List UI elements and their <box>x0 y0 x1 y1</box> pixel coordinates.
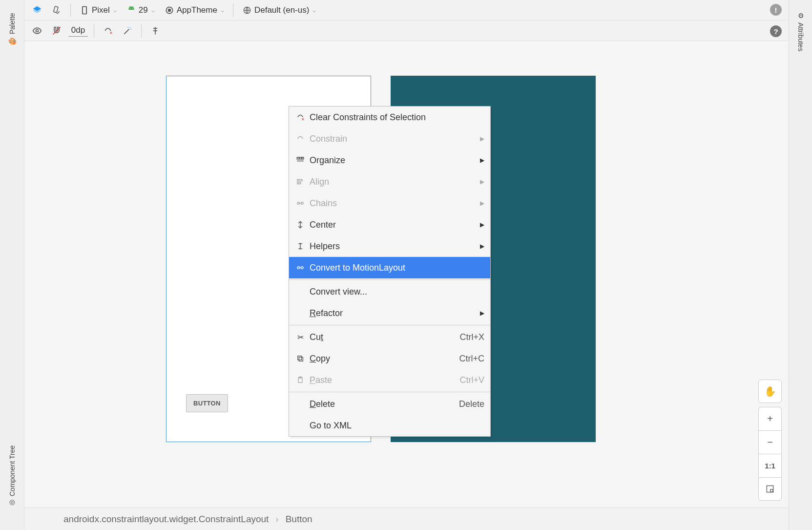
chevron-down-icon: ⌵ <box>312 7 316 14</box>
chains-icon <box>295 199 306 208</box>
orientation-toggle[interactable] <box>49 3 64 17</box>
globe-icon <box>242 5 252 15</box>
ctx-paste[interactable]: Paste Ctrl+V <box>289 369 490 391</box>
chevron-right-icon: › <box>275 514 278 525</box>
submenu-arrow-icon: ▶ <box>480 178 484 185</box>
scissors-icon: ✂ <box>295 333 306 342</box>
clear-constraints-button[interactable]: ✕ <box>100 24 116 38</box>
svg-rect-1 <box>83 6 86 14</box>
svg-rect-15 <box>300 157 302 159</box>
ctx-center[interactable]: Center ▶ <box>289 214 490 235</box>
locale-label: Default (en-us) <box>254 5 309 15</box>
submenu-arrow-icon: ▶ <box>480 243 484 250</box>
view-options[interactable] <box>29 24 45 38</box>
ctx-convert-view[interactable]: Convert view... <box>289 281 490 302</box>
android-icon <box>126 5 136 15</box>
ctx-refactor[interactable]: Refactor ▶ <box>289 302 490 324</box>
issues-icon[interactable]: ! <box>770 4 782 16</box>
rotate-icon <box>52 5 62 15</box>
breadcrumb-child[interactable]: Button <box>286 514 312 525</box>
ctx-goto-xml[interactable]: Go to XML <box>289 415 490 436</box>
motion-icon <box>295 263 306 272</box>
ctx-label: Align <box>310 177 476 187</box>
svg-rect-20 <box>298 183 301 184</box>
preview-button-widget[interactable]: BUTTON <box>186 394 228 412</box>
ctx-helpers[interactable]: Helpers ▶ <box>289 235 490 257</box>
infer-constraints-button[interactable] <box>120 24 135 38</box>
ctx-shortcut: Ctrl+X <box>459 332 484 342</box>
separator <box>289 325 490 325</box>
ctx-label: Convert view... <box>310 287 484 297</box>
ctx-label: Helpers <box>310 241 476 252</box>
zoom-out-button[interactable]: − <box>758 430 782 454</box>
ctx-chains[interactable]: Chains ▶ <box>289 192 490 214</box>
toggle-autoconnect[interactable] <box>49 24 64 38</box>
separator <box>289 279 490 280</box>
attributes-rail-tab[interactable]: ⚙ Attributes <box>789 0 812 64</box>
ctx-align[interactable]: Align ▶ <box>289 171 490 192</box>
ctx-label: Paste <box>310 375 456 385</box>
submenu-arrow-icon: ▶ <box>480 200 484 207</box>
default-margin-input[interactable]: 0dp <box>68 24 88 37</box>
theme-icon <box>165 5 174 15</box>
ctx-label: Cut <box>310 332 456 342</box>
toolbar-row-2: 0dp ✕ <box>24 21 789 41</box>
preview-button-label: BUTTON <box>193 400 221 407</box>
zoom-1to1-button[interactable]: 1:1 <box>758 454 782 477</box>
ctx-label: Organize <box>310 155 476 166</box>
separator <box>94 24 94 38</box>
ctx-label: Refactor <box>310 308 476 318</box>
breadcrumb: androidx.constraintlayout.widget.Constra… <box>24 508 789 530</box>
svg-rect-19 <box>298 180 302 181</box>
help-icon[interactable]: ? <box>770 25 782 37</box>
context-menu: ✕ Clear Constraints of Selection Constra… <box>289 106 491 437</box>
palette-rail-tab[interactable]: 🎨 Palette <box>0 0 24 59</box>
svg-text:✕: ✕ <box>301 117 305 122</box>
separator <box>289 392 490 392</box>
svg-rect-14 <box>297 157 299 159</box>
design-surface-toggle[interactable] <box>29 3 45 17</box>
tree-icon: ◎ <box>8 499 16 507</box>
svg-point-3 <box>132 8 133 8</box>
ctx-delete[interactable]: Delete Delete <box>289 393 490 415</box>
svg-rect-0 <box>54 6 58 12</box>
ctx-convert-to-motionlayout[interactable]: Convert to MotionLayout <box>289 257 490 278</box>
svg-point-28 <box>297 267 300 269</box>
align-icon <box>295 177 306 186</box>
device-dropdown[interactable]: Pixel ⌵ <box>77 3 120 17</box>
theme-dropdown[interactable]: AppTheme ⌵ <box>162 3 227 17</box>
ctx-clear-constraints[interactable]: ✕ Clear Constraints of Selection <box>289 106 490 128</box>
breadcrumb-root[interactable]: androidx.constraintlayout.widget.Constra… <box>63 514 269 525</box>
guideline-icon <box>150 26 160 36</box>
canvas-controls: ✋ + − 1:1 <box>758 380 782 501</box>
svg-rect-16 <box>302 157 304 159</box>
sliders-icon: ⚙ <box>797 12 805 20</box>
ctx-constrain[interactable]: Constrain ▶ <box>289 128 490 149</box>
clear-constraints-icon: ✕ <box>103 26 113 36</box>
ratio-label: 1:1 <box>765 462 775 470</box>
ctx-label: Constrain <box>310 134 476 144</box>
svg-point-2 <box>130 8 130 8</box>
plus-icon: + <box>767 413 773 424</box>
component-tree-rail-tab[interactable]: ◎ Component Tree <box>0 432 24 520</box>
ctx-shortcut: Delete <box>459 399 484 409</box>
ctx-label: Center <box>310 220 476 230</box>
device-label: Pixel <box>92 5 110 15</box>
zoom-fit-button[interactable] <box>758 477 782 501</box>
svg-rect-31 <box>298 356 302 360</box>
ctx-cut[interactable]: ✂ Cut Ctrl+X <box>289 326 490 348</box>
submenu-arrow-icon: ▶ <box>480 157 484 164</box>
api-dropdown[interactable]: 29 ⌵ <box>124 3 158 17</box>
ctx-copy[interactable]: Copy Ctrl+C <box>289 348 490 369</box>
svg-text:✕: ✕ <box>109 30 113 35</box>
chevron-down-icon: ⌵ <box>113 7 117 14</box>
guidelines-button[interactable] <box>147 24 163 38</box>
ctx-organize[interactable]: Organize ▶ <box>289 149 490 171</box>
phone-icon <box>80 5 89 15</box>
zoom-in-button[interactable]: + <box>758 407 782 430</box>
pan-button[interactable]: ✋ <box>758 380 782 403</box>
submenu-arrow-icon: ▶ <box>480 135 484 142</box>
locale-dropdown[interactable]: Default (en-us) ⌵ <box>239 3 319 17</box>
minus-icon: − <box>767 437 773 448</box>
ctx-label: Go to XML <box>310 421 484 431</box>
